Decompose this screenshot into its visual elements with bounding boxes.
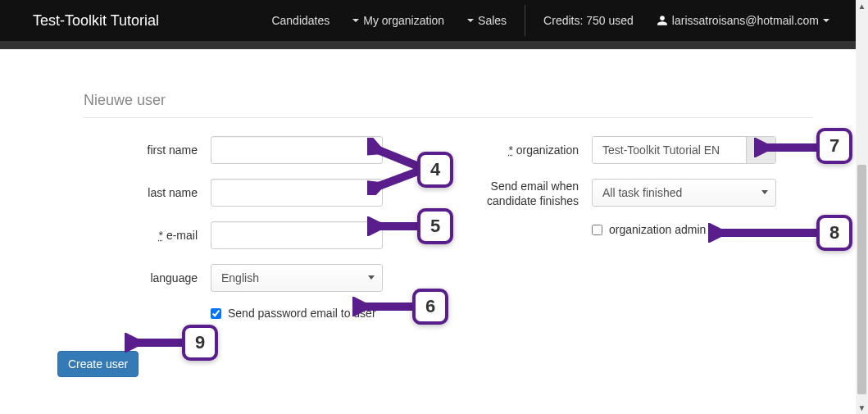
last-name-input[interactable]: [211, 179, 383, 207]
nav-sales[interactable]: Sales: [456, 0, 518, 41]
language-select[interactable]: English: [211, 264, 383, 292]
nav-user-email: larissatroisans@hotmail.com: [672, 14, 819, 27]
organization-combo[interactable]: Test-Toolkit Tutorial EN: [592, 136, 776, 164]
nav-myorg-label: My organization: [363, 14, 444, 27]
chevron-down-icon: [757, 145, 766, 155]
annotation-box-6: 6: [412, 289, 448, 325]
row-first-name: first name: [84, 136, 432, 164]
label-organization: * organization: [465, 143, 592, 157]
first-name-input[interactable]: [211, 136, 383, 164]
annotation-box-8: 8: [816, 215, 852, 251]
nav-credits[interactable]: Credits: 750 used: [532, 0, 645, 41]
label-email-text: e-mail: [166, 229, 198, 242]
scrollbar-down-icon[interactable]: ▼: [856, 402, 868, 414]
send-password-label: Send password email to user: [228, 307, 376, 320]
caret-down-icon: [761, 190, 768, 194]
nav-sales-label: Sales: [478, 14, 507, 27]
scrollbar-up-icon[interactable]: ▲: [856, 0, 868, 12]
nav-candidates[interactable]: Candidates: [260, 0, 341, 41]
vertical-scrollbar[interactable]: ▲ ▼: [856, 0, 868, 414]
organization-dropdown-button[interactable]: [746, 137, 775, 163]
caret-down-icon: [823, 19, 829, 22]
label-last-name: last name: [84, 186, 211, 199]
annotation-box-5: 5: [417, 208, 453, 244]
row-organization: * organization Test-Toolkit Tutorial EN: [465, 136, 813, 164]
form-col-right: * organization Test-Toolkit Tutorial EN …: [457, 136, 813, 334]
label-organization-text: organization: [516, 143, 579, 157]
nav-separator: [525, 5, 525, 36]
brand: Test-Toolkit Tutorial: [33, 12, 159, 30]
nav-group-right: Credits: 750 used larissatroisans@hotmai…: [532, 0, 841, 41]
row-finish-email: Send email when candidate finishes All t…: [465, 179, 813, 208]
row-language: language English: [84, 264, 432, 292]
user-icon: [657, 15, 668, 26]
send-password-checkbox[interactable]: [211, 308, 221, 319]
title-rule: [84, 117, 813, 118]
caret-down-icon: [467, 19, 474, 22]
label-email: * e-mail: [84, 229, 211, 242]
navbar: Test-Toolkit Tutorial Candidates My orga…: [0, 0, 856, 41]
email-input[interactable]: [211, 221, 383, 249]
caret-down-icon: [352, 19, 359, 22]
create-user-button[interactable]: Create user: [57, 351, 139, 377]
nav-my-organization[interactable]: My organization: [341, 0, 456, 41]
nav-group-main: Candidates My organization Sales: [260, 0, 518, 41]
annotation-box-9: 9: [182, 325, 218, 361]
row-email: * e-mail: [84, 221, 432, 249]
org-admin-checkbox[interactable]: [592, 225, 602, 235]
annotation-box-4: 4: [417, 152, 453, 188]
finish-email-select[interactable]: All task finished: [592, 179, 776, 207]
nav-credits-label: Credits: 750 used: [543, 14, 634, 27]
nav-candidates-label: Candidates: [271, 14, 329, 27]
row-org-admin: organization admin: [465, 223, 813, 236]
language-select-value: English: [211, 264, 383, 292]
scrollbar-track[interactable]: [856, 12, 868, 402]
label-language: language: [84, 271, 211, 284]
navbar-substrip: [0, 41, 856, 49]
org-admin-label: organization admin: [609, 223, 706, 236]
scrollbar-thumb[interactable]: [857, 165, 866, 394]
organization-value: Test-Toolkit Tutorial EN: [593, 137, 746, 163]
row-last-name: last name: [84, 179, 432, 207]
finish-email-value: All task finished: [592, 179, 776, 207]
form-col-left: first name last name * e-mail language E…: [84, 136, 457, 334]
page-title: Nieuwe user: [51, 49, 846, 117]
caret-down-icon: [368, 275, 375, 280]
required-asterisk: *: [159, 229, 163, 242]
nav-user[interactable]: larissatroisans@hotmail.com: [645, 0, 841, 41]
required-asterisk: *: [508, 143, 512, 157]
annotation-box-7: 7: [816, 128, 852, 164]
label-finish-email: Send email when candidate finishes: [465, 179, 592, 208]
label-first-name: first name: [84, 143, 211, 157]
row-send-password: Send password email to user: [84, 307, 432, 320]
